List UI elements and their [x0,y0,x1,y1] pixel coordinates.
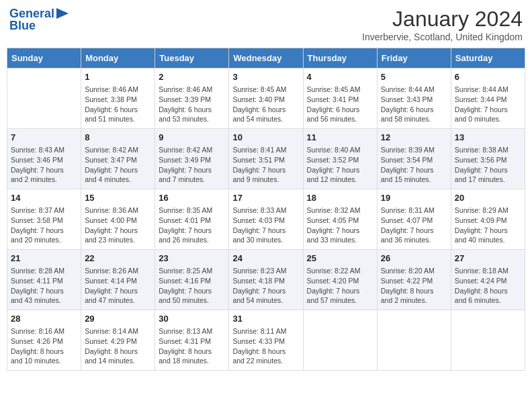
day-detail: Sunrise: 8:41 AM [232,145,299,155]
day-detail: and 36 minutes. [381,235,447,245]
calendar-header-row: Sunday Monday Tuesday Wednesday Thursday… [7,48,525,68]
table-row: 14Sunrise: 8:37 AMSunset: 3:58 PMDayligh… [7,189,81,250]
header-friday: Friday [377,48,451,68]
day-detail: Daylight: 6 hours [159,105,225,115]
day-detail: Sunset: 3:40 PM [232,95,299,105]
header-thursday: Thursday [303,48,377,68]
table-row [451,310,525,371]
day-number: 7 [11,132,77,144]
day-detail: Sunrise: 8:46 AM [159,85,225,95]
day-number: 14 [11,192,77,204]
day-number: 6 [455,71,521,83]
day-detail: Sunset: 4:33 PM [232,336,299,347]
day-detail: and 6 minutes. [455,295,521,306]
table-row: 11Sunrise: 8:40 AMSunset: 3:52 PMDayligh… [303,129,377,189]
day-number: 21 [11,253,77,265]
day-detail: and 54 minutes. [232,295,299,306]
header-tuesday: Tuesday [155,48,229,68]
day-detail: Sunrise: 8:44 AM [381,85,447,95]
day-detail: Sunset: 4:00 PM [85,216,151,226]
day-detail: and 15 minutes. [381,175,447,185]
day-detail: Daylight: 7 hours [232,165,299,175]
day-detail: Sunset: 3:43 PM [381,95,447,105]
day-detail: and 22 minutes. [232,356,299,366]
day-detail: Sunrise: 8:37 AM [11,205,77,216]
day-number: 2 [159,71,225,83]
day-detail: and 56 minutes. [307,114,373,124]
day-detail: Sunset: 4:16 PM [159,276,225,286]
day-number: 8 [85,132,151,144]
day-detail: Sunrise: 8:11 AM [232,326,299,336]
day-detail: Daylight: 7 hours [11,226,77,236]
day-detail: Daylight: 7 hours [11,165,77,175]
day-detail: Sunset: 4:18 PM [232,276,299,286]
day-detail: Sunset: 3:38 PM [85,95,151,105]
day-detail: Sunrise: 8:35 AM [159,205,225,216]
table-row: 19Sunrise: 8:31 AMSunset: 4:07 PMDayligh… [377,189,451,250]
day-detail: Daylight: 8 hours [11,347,77,357]
day-number: 15 [85,192,151,204]
day-number: 12 [381,132,447,144]
table-row: 28Sunrise: 8:16 AMSunset: 4:26 PMDayligh… [7,310,81,371]
day-detail: Daylight: 7 hours [159,165,225,175]
calendar-week-row: 14Sunrise: 8:37 AMSunset: 3:58 PMDayligh… [7,189,525,250]
day-number: 1 [85,71,151,83]
table-row: 12Sunrise: 8:39 AMSunset: 3:54 PMDayligh… [377,129,451,189]
table-row [377,310,451,371]
table-row: 30Sunrise: 8:13 AMSunset: 4:31 PMDayligh… [155,310,229,371]
calendar-week-row: 21Sunrise: 8:28 AMSunset: 4:11 PMDayligh… [7,250,525,310]
day-detail: and 7 minutes. [159,175,225,185]
day-detail: Sunset: 3:41 PM [307,95,373,105]
day-detail: and 40 minutes. [455,235,521,245]
day-detail: Sunrise: 8:18 AM [455,266,521,276]
day-detail: Daylight: 7 hours [307,165,373,175]
day-detail: Sunset: 3:44 PM [455,95,521,105]
day-detail: Sunset: 3:47 PM [85,155,151,165]
table-row: 13Sunrise: 8:38 AMSunset: 3:56 PMDayligh… [451,129,525,189]
day-number: 23 [159,253,225,265]
day-detail: Sunset: 4:29 PM [85,336,151,347]
day-number: 18 [307,192,373,204]
day-detail: Sunset: 3:51 PM [232,155,299,165]
table-row: 7Sunrise: 8:43 AMSunset: 3:46 PMDaylight… [7,129,81,189]
title-area: January 2024 Inverbervie, Scotland, Unit… [362,7,523,42]
location-subtitle: Inverbervie, Scotland, United Kingdom [362,32,523,42]
day-detail: Daylight: 7 hours [85,165,151,175]
day-detail: and 43 minutes. [11,295,77,306]
table-row: 5Sunrise: 8:44 AMSunset: 3:43 PMDaylight… [377,68,451,129]
day-detail: Sunset: 4:09 PM [455,216,521,226]
day-detail: Daylight: 7 hours [11,286,77,296]
day-detail: Sunrise: 8:31 AM [381,205,447,216]
table-row: 9Sunrise: 8:42 AMSunset: 3:49 PMDaylight… [155,129,229,189]
day-detail: Sunset: 4:03 PM [232,216,299,226]
day-detail: Daylight: 8 hours [381,286,447,296]
table-row: 31Sunrise: 8:11 AMSunset: 4:33 PMDayligh… [229,310,303,371]
day-number: 9 [159,132,225,144]
day-detail: and 2 minutes. [381,295,447,306]
day-number: 5 [381,71,447,83]
day-number: 20 [455,192,521,204]
day-detail: Sunrise: 8:20 AM [381,266,447,276]
table-row: 3Sunrise: 8:45 AMSunset: 3:40 PMDaylight… [229,68,303,129]
day-detail: and 2 minutes. [11,175,77,185]
day-number: 22 [85,253,151,265]
day-detail: and 51 minutes. [85,114,151,124]
table-row: 2Sunrise: 8:46 AMSunset: 3:39 PMDaylight… [155,68,229,129]
day-detail: Sunrise: 8:39 AM [381,145,447,155]
day-detail: Sunrise: 8:42 AM [85,145,151,155]
day-detail: and 54 minutes. [232,114,299,124]
day-number: 11 [307,132,373,144]
table-row: 23Sunrise: 8:25 AMSunset: 4:16 PMDayligh… [155,250,229,310]
day-detail: Sunset: 4:22 PM [381,276,447,286]
table-row: 15Sunrise: 8:36 AMSunset: 4:00 PMDayligh… [81,189,155,250]
day-detail: Sunrise: 8:38 AM [455,145,521,155]
day-detail: and 10 minutes. [11,356,77,366]
day-detail: and 20 minutes. [11,235,77,245]
table-row: 1Sunrise: 8:46 AMSunset: 3:38 PMDaylight… [81,68,155,129]
day-detail: Daylight: 6 hours [307,105,373,115]
day-number: 3 [232,71,299,83]
svg-marker-0 [56,8,69,19]
day-detail: Sunset: 4:05 PM [307,216,373,226]
day-detail: Daylight: 7 hours [232,226,299,236]
day-detail: Daylight: 8 hours [455,286,521,296]
